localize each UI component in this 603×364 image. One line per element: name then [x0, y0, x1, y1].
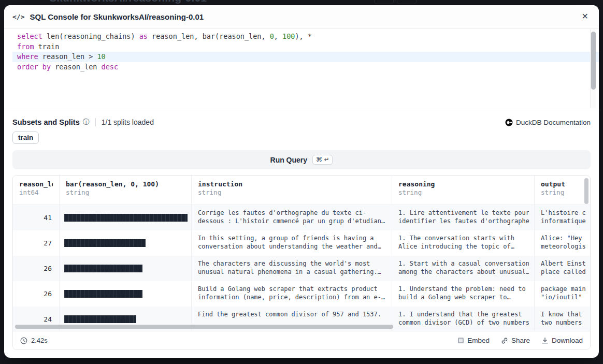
cell-line: among the characters about unusual…	[398, 268, 529, 276]
cell-output: Alice: "Hey gmeteorologist	[534, 230, 590, 256]
query-duration-value: 2.42s	[31, 337, 48, 344]
cell-instruction: Build a Golang web scraper that extracts…	[191, 281, 392, 307]
sql-number: 10	[97, 52, 105, 61]
bar-chart-fill	[64, 265, 142, 272]
cell-output: Albert Einsteplace called	[534, 256, 590, 281]
sql-keyword: as	[139, 32, 148, 40]
cell-line: informatique	[541, 217, 586, 225]
share-label: Share	[511, 337, 530, 344]
cell-instruction: The characters are discussing the world'…	[191, 256, 392, 281]
column-header-reasoning: reasoningstring	[392, 176, 534, 205]
cell-reason-len: 27	[13, 230, 59, 256]
vertical-scrollbar-thumb[interactable]	[584, 178, 588, 204]
table-row[interactable]: 26Build a Golang web scraper that extrac…	[13, 281, 590, 307]
column-name: reason_len	[19, 180, 53, 188]
table-row[interactable]: 27In this setting, a group of friends is…	[13, 230, 590, 256]
cell-line: Find the greatest common divisor of 957 …	[198, 310, 386, 318]
run-query-button[interactable]: Run Query ⌘ ↵	[12, 150, 591, 169]
sql-code-line[interactable]: select len(reasoning_chains) as reason_l…	[12, 32, 599, 42]
bar-chart-fill	[64, 315, 136, 323]
sql-editor-lines: select len(reasoning_chains) as reason_l…	[12, 32, 599, 72]
download-label: Download	[552, 337, 583, 344]
cell-line: 1. I understand that the greatest	[398, 310, 529, 318]
link-icon	[501, 337, 508, 344]
cell-output: L'histoire coinformatique	[534, 205, 590, 230]
column-name: output	[541, 180, 585, 188]
cell-line: I know that t	[541, 310, 586, 318]
sql-code-line[interactable]: order by reason_len desc	[12, 62, 599, 72]
duckdb-documentation-link[interactable]: DuckDB Documentation	[505, 119, 591, 126]
background-page-title: SkunkworksAI/reasoning-0.01	[49, 0, 207, 4]
sql-code-line[interactable]: from train	[12, 42, 599, 52]
cell-line: meteorologist	[541, 242, 586, 251]
column-type: string	[66, 188, 185, 196]
share-button[interactable]: Share	[501, 337, 530, 344]
results-panel: reason_lenint64bar(reason_len, 0, 100)st…	[12, 175, 591, 350]
sql-keyword: order	[17, 63, 38, 71]
cell-reason-len: 26	[13, 281, 59, 307]
table-row[interactable]: 41Corrige les fautes d'orthographe du te…	[13, 205, 590, 230]
cell-line: build a Golang web scraper to…	[398, 293, 529, 301]
cell-line: conversation about understanding the wea…	[198, 242, 386, 251]
results-footer: 2.42s Embed Share	[13, 331, 590, 350]
sql-number: 0	[270, 32, 274, 40]
cell-output: package main "io/ioutil" "	[534, 281, 590, 307]
cell-output: I know that ttwo numbers i	[534, 307, 590, 331]
background-button-fragment	[397, 0, 417, 4]
sql-keyword: from	[17, 42, 34, 51]
column-header-instruction: instructionstring	[191, 176, 392, 205]
sql-text: reason_len, bar(reason_len,	[148, 32, 270, 40]
cell-line: 1. Start with a casual conversation	[398, 259, 529, 268]
divider	[95, 118, 96, 126]
editor-scrollbar-thumb[interactable]	[591, 32, 596, 90]
cell-line: identifier les fautes d'orthographe…	[398, 217, 529, 225]
subsets-and-splits-row: Subsets and Splits ⓘ 1/1 splits loaded D…	[12, 118, 591, 127]
cell-bar	[59, 281, 191, 307]
column-type: string	[398, 188, 528, 196]
cell-line: unusual natural phenomena in a casual ga…	[198, 268, 386, 276]
query-duration: 2.42s	[20, 337, 48, 344]
download-button[interactable]: Download	[541, 337, 583, 344]
embed-button[interactable]: Embed	[457, 337, 490, 344]
horizontal-scrollbar-thumb[interactable]	[15, 325, 393, 329]
cell-line: dessous : L'histoir cmmencé par un grup …	[198, 217, 386, 225]
results-table-body[interactable]: 41Corrige les fautes d'orthographe du te…	[13, 205, 590, 331]
column-name: reasoning	[398, 180, 528, 188]
clock-icon	[20, 337, 27, 344]
cell-bar	[59, 230, 191, 256]
table-row[interactable]: 26The characters are discussing the worl…	[13, 256, 590, 281]
sql-text: train	[34, 42, 60, 51]
sql-text: reason_len >	[38, 52, 97, 61]
cell-line: In this setting, a group of friends is h…	[198, 234, 386, 242]
column-name: bar(reason_len, 0, 100)	[66, 180, 185, 188]
cell-line: Build a Golang web scraper that extracts…	[198, 285, 386, 293]
sql-keyword: where	[17, 52, 38, 61]
embed-icon	[457, 337, 464, 344]
column-name: instruction	[198, 180, 385, 188]
info-icon[interactable]: ⓘ	[83, 118, 90, 127]
column-header-bar-reason-len-0-100-: bar(reason_len, 0, 100)string	[59, 176, 191, 205]
sql-text	[38, 63, 42, 71]
bar-chart-fill	[64, 239, 146, 247]
download-icon	[541, 337, 549, 344]
cell-line: 1. Understand the problem: need to	[398, 285, 529, 293]
column-header-output: outputstring	[534, 176, 591, 205]
cell-line: place called	[541, 268, 586, 276]
cell-line: The characters are discussing the world'…	[198, 259, 386, 268]
sql-editor[interactable]: select len(reasoning_chains) as reason_l…	[4, 28, 599, 109]
sql-keyword: by	[42, 63, 51, 71]
cell-bar	[59, 205, 191, 230]
sql-code-line[interactable]: where reason_len > 10	[12, 52, 599, 62]
editor-scrollbar[interactable]	[590, 30, 596, 108]
column-type: string	[198, 188, 385, 196]
column-type: int64	[19, 188, 53, 196]
bar-chart-fill	[64, 290, 142, 298]
split-chip-train[interactable]: train	[12, 132, 39, 144]
subsets-label: Subsets and Splits	[12, 118, 80, 126]
bar-chart-fill	[64, 214, 188, 222]
cell-instruction: In this setting, a group of friends is h…	[191, 230, 392, 256]
close-icon[interactable]: ✕	[580, 10, 591, 23]
cell-reasoning: 1. I understand that the greatestcommon …	[392, 307, 534, 331]
background-button-fragment	[374, 0, 394, 4]
cell-line: package main	[541, 285, 586, 293]
